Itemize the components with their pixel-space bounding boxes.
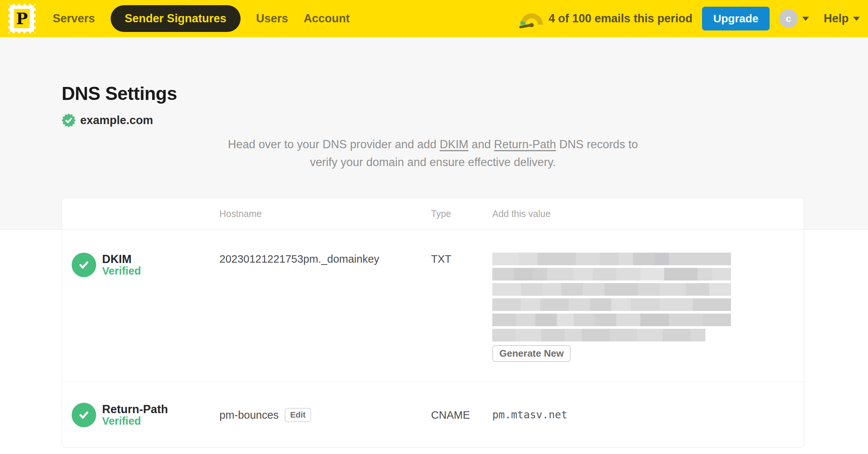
- nav-item-users[interactable]: Users: [256, 12, 288, 25]
- record-name: Return-Path: [102, 403, 168, 415]
- chevron-down-icon: [802, 17, 809, 21]
- domain-row: example.com: [62, 113, 804, 127]
- redacted-line: [492, 298, 731, 311]
- redacted-dns-value: [492, 253, 791, 341]
- dkim-hostname: 20230121221753pm._domainkey: [219, 253, 431, 265]
- primary-nav: Servers Sender Signatures Users Account: [53, 5, 350, 32]
- table-row-dkim: DKIM Verified 20230121221753pm._domainke…: [62, 230, 804, 382]
- return-path-value-cell: pm.mtasv.net: [492, 409, 804, 421]
- header-hostname: Hostname: [219, 208, 431, 219]
- chevron-down-icon: [853, 17, 860, 21]
- dns-instructions: Head over to your DNS provider and add D…: [62, 136, 804, 172]
- postmark-logo[interactable]: P: [8, 4, 36, 33]
- return-path-value: pm.mtasv.net: [492, 409, 567, 421]
- status-badge: Verified: [102, 265, 141, 277]
- dns-records-card: Hostname Type Add this value DKIM Verifi…: [62, 198, 804, 448]
- generate-new-button[interactable]: Generate New: [492, 345, 571, 362]
- dns-settings-page: P Servers Sender Signatures Users Accoun…: [0, 0, 868, 454]
- navbar-right: 4 of 100 emails this period Upgrade c He…: [519, 7, 860, 30]
- return-path-type: CNAME: [431, 409, 492, 421]
- domain-name: example.com: [80, 114, 153, 127]
- redacted-line: [492, 283, 731, 296]
- instructions-text: Head over to your DNS provider and add: [228, 138, 440, 151]
- top-navbar: P Servers Sender Signatures Users Accoun…: [0, 0, 868, 37]
- dkim-type: TXT: [431, 253, 492, 265]
- nav-item-sender-signatures[interactable]: Sender Signatures: [111, 5, 241, 32]
- redacted-line: [492, 253, 731, 265]
- instructions-text: and: [469, 138, 494, 151]
- verified-check-icon: [72, 253, 96, 277]
- instructions-text: DNS records to: [556, 138, 638, 151]
- return-path-hostname-cell: pm-bounces Edit: [219, 408, 431, 422]
- nav-item-account[interactable]: Account: [304, 12, 350, 25]
- dkim-value-cell: Generate New: [492, 253, 804, 362]
- return-path-link[interactable]: Return-Path: [494, 138, 556, 151]
- table-header-row: Hostname Type Add this value: [62, 198, 804, 230]
- record-name: DKIM: [102, 253, 141, 265]
- usage-counter: 4 of 100 emails this period: [548, 12, 692, 25]
- table-row-return-path: Return-Path Verified pm-bounces Edit CNA…: [62, 382, 804, 447]
- help-menu[interactable]: Help: [824, 12, 860, 25]
- edit-button[interactable]: Edit: [285, 408, 311, 422]
- return-path-hostname: pm-bounces: [219, 409, 279, 421]
- help-label: Help: [824, 12, 849, 25]
- upgrade-button[interactable]: Upgrade: [702, 7, 770, 30]
- return-path-status-cell: Return-Path Verified: [62, 403, 219, 427]
- nav-item-servers[interactable]: Servers: [53, 12, 95, 25]
- dkim-status-cell: DKIM Verified: [62, 253, 219, 277]
- redacted-line: [492, 314, 731, 326]
- verified-seal-icon: [62, 113, 76, 127]
- instructions-text: verify your domain and ensure effective …: [310, 156, 556, 169]
- redacted-line: [492, 329, 705, 341]
- avatar[interactable]: c: [779, 9, 798, 28]
- account-menu[interactable]: c: [779, 9, 809, 28]
- redacted-line: [492, 268, 731, 280]
- verified-check-icon: [72, 403, 96, 427]
- usage-gauge-icon: [519, 9, 544, 29]
- header-value: Add this value: [492, 208, 804, 219]
- status-badge: Verified: [102, 415, 168, 427]
- dkim-link[interactable]: DKIM: [440, 138, 469, 151]
- header-type: Type: [431, 208, 492, 219]
- postmark-stamp-icon: P: [14, 9, 30, 28]
- page-title: DNS Settings: [62, 84, 804, 104]
